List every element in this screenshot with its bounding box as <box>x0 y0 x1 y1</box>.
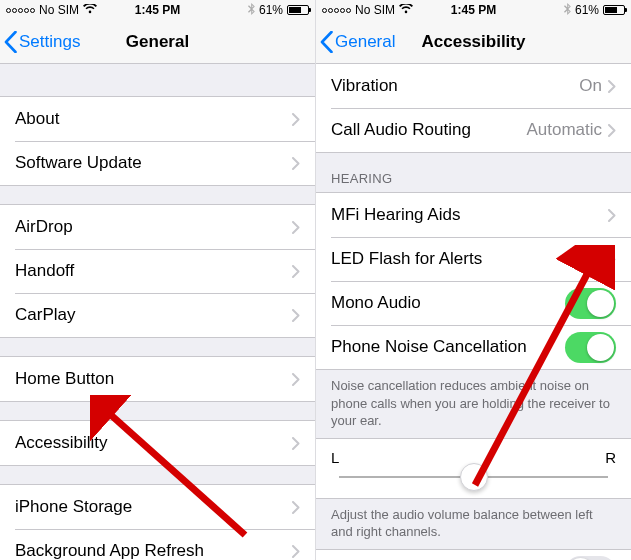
carplay-row[interactable]: CarPlay <box>0 293 315 337</box>
chevron-right-icon <box>608 253 616 266</box>
chevron-right-icon <box>608 209 616 222</box>
chevron-left-icon <box>4 31 17 53</box>
chevron-right-icon <box>292 545 300 558</box>
software-update-row[interactable]: Software Update <box>0 141 315 185</box>
cell-label: Accessibility <box>15 433 292 453</box>
iphone-storage-row[interactable]: iPhone Storage <box>0 485 315 529</box>
balance-right-label: R <box>605 449 616 466</box>
cell-label: Call Audio Routing <box>331 120 526 140</box>
carrier-label: No SIM <box>39 3 79 17</box>
carrier-label: No SIM <box>355 3 395 17</box>
cell-label: AirDrop <box>15 217 292 237</box>
cell-label: Mono Audio <box>331 293 565 313</box>
chevron-right-icon <box>608 80 616 93</box>
wifi-icon <box>83 4 97 16</box>
mono-audio-switch[interactable] <box>565 288 616 319</box>
status-bar: No SIM 1:45 PM 61% <box>316 0 631 20</box>
general-settings-screen: No SIM 1:45 PM 61% Settings General <box>0 0 315 560</box>
chevron-right-icon <box>292 437 300 450</box>
handoff-row[interactable]: Handoff <box>0 249 315 293</box>
chevron-right-icon <box>292 309 300 322</box>
navbar: Settings General <box>0 20 315 64</box>
cell-label: iPhone Storage <box>15 497 292 517</box>
navbar: General Accessibility <box>316 20 631 64</box>
led-flash-for-alerts-row[interactable]: LED Flash for AlertsOff <box>316 237 631 281</box>
wifi-icon <box>399 4 413 16</box>
battery-icon <box>603 5 625 15</box>
phone-noise-cancellation-switch[interactable] <box>565 332 616 363</box>
cell-label: Home Button <box>15 369 292 389</box>
cell-label: About <box>15 109 292 129</box>
balance-left-label: L <box>331 449 339 466</box>
balance-slider[interactable] <box>339 476 608 478</box>
balance-slider-row: L R <box>316 438 631 499</box>
back-button[interactable]: General <box>316 31 395 53</box>
section-footer: Noise cancellation reduces ambient noise… <box>316 370 631 438</box>
bluetooth-icon <box>248 3 255 17</box>
cell-label: Handoff <box>15 261 292 281</box>
signal-icon <box>322 8 351 13</box>
slider-thumb[interactable] <box>460 463 488 491</box>
cell-label: MFi Hearing Aids <box>331 205 608 225</box>
mono-audio-row[interactable]: Mono Audio <box>316 281 631 325</box>
back-label: Settings <box>19 32 80 52</box>
cell-label: LED Flash for Alerts <box>331 249 580 269</box>
cell-label: Background App Refresh <box>15 541 292 560</box>
cell-value: Automatic <box>526 120 602 140</box>
chevron-right-icon <box>292 501 300 514</box>
chevron-right-icon <box>292 221 300 234</box>
battery-pct: 61% <box>259 3 283 17</box>
chevron-left-icon <box>320 31 333 53</box>
section-footer: Adjust the audio volume balance between … <box>316 499 631 549</box>
about-row[interactable]: About <box>0 97 315 141</box>
hearing-aid-compatibility-row[interactable]: Hearing Aid Compatibility <box>316 550 631 560</box>
section-header-hearing: HEARING <box>316 153 631 192</box>
back-button[interactable]: Settings <box>0 31 80 53</box>
status-bar: No SIM 1:45 PM 61% <box>0 0 315 20</box>
chevron-right-icon <box>608 124 616 137</box>
cell-value: Off <box>580 249 602 269</box>
back-label: General <box>335 32 395 52</box>
accessibility-screen: No SIM 1:45 PM 61% General Accessibility <box>315 0 631 560</box>
background-app-refresh-row[interactable]: Background App Refresh <box>0 529 315 560</box>
hearing-aid-compatibility-switch[interactable] <box>565 556 616 560</box>
chevron-right-icon <box>292 113 300 126</box>
accessibility-row[interactable]: Accessibility <box>0 421 315 465</box>
clock: 1:45 PM <box>135 3 180 17</box>
bluetooth-icon <box>564 3 571 17</box>
vibration-row[interactable]: VibrationOn <box>316 64 631 108</box>
clock: 1:45 PM <box>451 3 496 17</box>
chevron-right-icon <box>292 265 300 278</box>
cell-value: On <box>579 76 602 96</box>
signal-icon <box>6 8 35 13</box>
chevron-right-icon <box>292 157 300 170</box>
cell-label: CarPlay <box>15 305 292 325</box>
airdrop-row[interactable]: AirDrop <box>0 205 315 249</box>
cell-label: Phone Noise Cancellation <box>331 337 565 357</box>
call-audio-routing-row[interactable]: Call Audio RoutingAutomatic <box>316 108 631 152</box>
phone-noise-cancellation-row[interactable]: Phone Noise Cancellation <box>316 325 631 369</box>
mfi-hearing-aids-row[interactable]: MFi Hearing Aids <box>316 193 631 237</box>
battery-icon <box>287 5 309 15</box>
cell-label: Software Update <box>15 153 292 173</box>
home-button-row[interactable]: Home Button <box>0 357 315 401</box>
chevron-right-icon <box>292 373 300 386</box>
battery-pct: 61% <box>575 3 599 17</box>
cell-label: Vibration <box>331 76 579 96</box>
